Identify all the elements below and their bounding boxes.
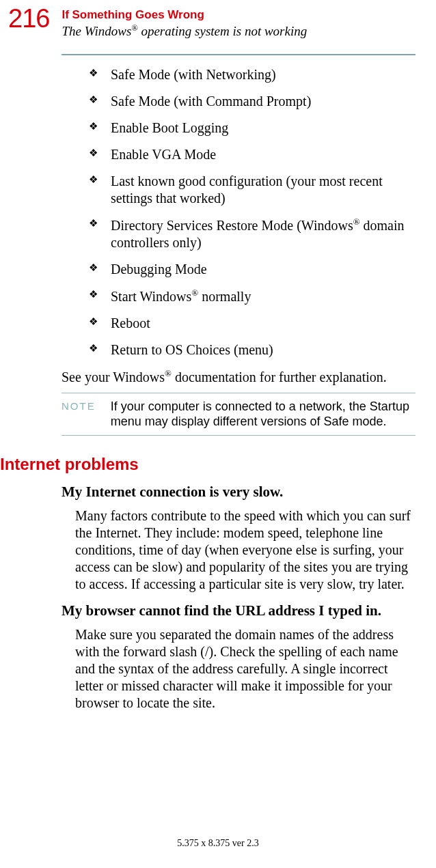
list-item: Enable VGA Mode — [89, 146, 415, 163]
list-item: Safe Mode (with Command Prompt) — [89, 93, 415, 110]
note-block: NOTE If your computer is connected to a … — [62, 399, 415, 430]
list-item: Debugging Mode — [89, 261, 415, 278]
question-slow-connection: My Internet connection is very slow. — [62, 484, 415, 501]
footer-text: 5.375 x 8.375 ver 2.3 — [0, 838, 436, 849]
list-item: Last known good configuration (your most… — [89, 173, 415, 207]
divider — [62, 435, 415, 436]
answer-url-not-found: Make sure you separated the domain names… — [62, 626, 415, 712]
heading-internet-problems: Internet problems — [0, 455, 415, 474]
boot-options-list: Safe Mode (with Networking) Safe Mode (w… — [62, 66, 415, 358]
list-item: Safe Mode (with Networking) — [89, 66, 415, 83]
see-more-text: See your Windows® documentation for furt… — [62, 368, 415, 386]
page-number: 216 — [8, 5, 49, 31]
answer-slow-connection: Many factors contribute to the speed wit… — [62, 507, 415, 593]
list-item: Directory Services Restore Mode (Windows… — [89, 216, 415, 251]
list-item: Start Windows® normally — [89, 288, 415, 305]
question-url-not-found: My browser cannot find the URL address I… — [62, 602, 415, 619]
divider — [62, 393, 415, 393]
chapter-title: If Something Goes Wrong — [62, 8, 307, 22]
section-title: The Windows® operating system is not wor… — [62, 23, 307, 39]
list-item: Enable Boot Logging — [89, 120, 415, 137]
list-item: Reboot — [89, 315, 415, 332]
divider — [62, 54, 415, 55]
list-item: Return to OS Choices (menu) — [89, 341, 415, 359]
note-label: NOTE — [62, 399, 96, 412]
note-text: If your computer is connected to a netwo… — [111, 399, 415, 430]
